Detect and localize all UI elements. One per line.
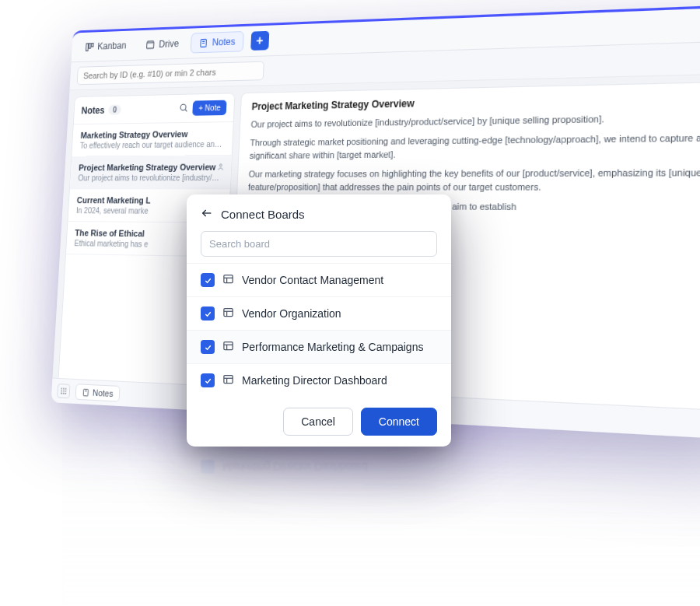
doc-paragraph: Our project aims to revolutionize [indus… — [250, 110, 700, 131]
svg-line-8 — [185, 109, 187, 111]
svg-rect-19 — [83, 389, 88, 396]
board-search-input[interactable] — [201, 231, 437, 257]
new-note-button[interactable]: + Note — [192, 100, 226, 116]
connect-button[interactable]: Connect — [361, 408, 437, 436]
connect-boards-modal: Connect Boards Vendor Contact Management… — [187, 194, 451, 447]
board-name: Vendor Contact Management — [242, 274, 383, 286]
board-option[interactable]: Vendor Contact Management — [187, 263, 451, 296]
notes-title: Notes — [81, 104, 105, 115]
notes-count-badge: 0 — [108, 104, 121, 114]
kanban-icon — [85, 42, 94, 52]
svg-rect-3 — [147, 42, 154, 47]
footer-tab-notes[interactable]: Notes — [75, 384, 121, 402]
drive-icon — [145, 40, 156, 50]
tab-drive[interactable]: Drive — [138, 33, 187, 55]
svg-point-15 — [65, 391, 67, 392]
svg-point-18 — [65, 393, 66, 394]
board-icon — [222, 307, 234, 321]
tab-label: Notes — [212, 36, 235, 47]
cancel-button[interactable]: Cancel — [283, 408, 353, 436]
svg-rect-25 — [224, 309, 233, 317]
board-icon — [222, 373, 234, 387]
svg-point-12 — [65, 388, 67, 390]
svg-rect-2 — [92, 43, 94, 46]
svg-rect-22 — [224, 275, 233, 283]
tab-label: Kanban — [97, 40, 127, 52]
doc-paragraph: Our marketing strategy focuses on highli… — [248, 166, 700, 194]
board-icon — [222, 340, 234, 354]
doc-paragraph: Through strategic market positioning and… — [249, 131, 700, 163]
board-option[interactable]: Performance Marketing & Campaigns — [187, 330, 451, 363]
board-option[interactable]: Marketing Director Dashboard — [187, 363, 451, 397]
global-search-input[interactable] — [77, 61, 264, 86]
checkbox-checked[interactable] — [201, 373, 215, 387]
board-option[interactable]: Vendor Organization — [187, 296, 451, 330]
svg-point-14 — [63, 391, 65, 392]
svg-point-9 — [219, 164, 222, 166]
doc-title: Project Marketing Strategy Overview — [251, 91, 700, 112]
svg-rect-0 — [86, 43, 89, 51]
svg-point-13 — [61, 391, 62, 392]
note-item[interactable]: Project Marketing Strategy Overview Our … — [70, 156, 232, 189]
notes-icon — [82, 387, 90, 397]
board-name: Marketing Director Dashboard — [242, 374, 387, 387]
svg-point-17 — [63, 393, 65, 394]
back-arrow-icon[interactable] — [201, 207, 213, 222]
svg-point-16 — [61, 393, 62, 394]
board-name: Performance Marketing & Campaigns — [242, 341, 423, 353]
tab-notes[interactable]: Notes — [191, 31, 243, 53]
svg-rect-1 — [89, 43, 91, 47]
modal-title: Connect Boards — [221, 208, 305, 221]
checkbox-checked[interactable] — [201, 273, 215, 287]
tab-label: Drive — [159, 38, 179, 50]
assignee-icon — [216, 162, 226, 171]
search-icon[interactable] — [179, 101, 189, 115]
app-grid-icon[interactable] — [57, 384, 70, 398]
notes-icon — [199, 37, 209, 47]
tab-kanban[interactable]: Kanban — [77, 35, 135, 57]
board-icon — [222, 273, 234, 287]
svg-point-7 — [180, 103, 186, 110]
svg-point-11 — [63, 388, 65, 390]
board-name: Vendor Organization — [242, 307, 341, 320]
add-view-button[interactable]: + — [250, 31, 269, 51]
svg-rect-31 — [224, 376, 233, 384]
svg-point-10 — [61, 388, 63, 390]
checkbox-checked[interactable] — [201, 340, 215, 354]
svg-rect-28 — [224, 342, 233, 350]
checkbox-checked[interactable] — [201, 307, 215, 321]
note-item[interactable]: Marketing Strategy Overview To effective… — [72, 122, 233, 157]
